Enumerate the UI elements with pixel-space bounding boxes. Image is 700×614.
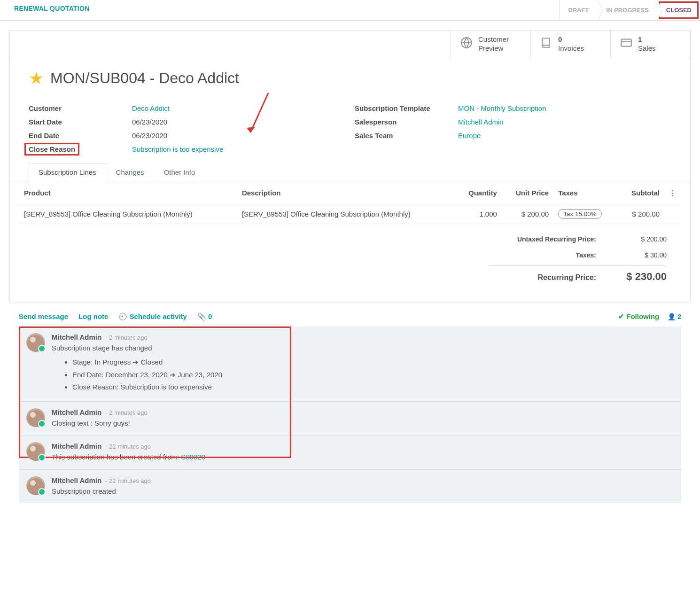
log-note-button[interactable]: Log note [78,312,108,320]
value-recurring: $ 230.00 [615,271,667,283]
check-icon: ✔ [618,312,624,321]
message-item: Mitchell Admin - 22 minutes ago This sub… [19,435,681,470]
msg-author[interactable]: Mitchell Admin [52,333,101,341]
label-untaxed: Untaxed Recurring Price: [488,235,596,243]
arrow-right-icon: ➔ [132,358,140,366]
kebab-icon: ⋮ [669,189,676,197]
msg-time: - 2 minutes ago [105,409,148,416]
value-salesperson[interactable]: Mitchell Admin [458,118,504,126]
label-start-date: Start Date [29,118,132,126]
label-taxes: Taxes: [488,251,596,259]
tab-changes[interactable]: Changes [106,163,154,181]
top-action-bar: RENEWAL QUOTATION DRAFT IN PROGRESS CLOS… [0,0,700,21]
value-sales-team[interactable]: Europe [458,132,481,140]
msg-author[interactable]: Mitchell Admin [52,442,101,450]
attachments-button[interactable]: 📎0 [197,312,212,321]
highlight-close-reason-label: Close Reason [24,143,79,155]
record-panel: Customer Preview 0 Invoices 1 Sales ★ M [9,30,691,302]
message-item: Mitchell Admin - 2 minutes ago Subscript… [19,326,681,402]
invoices-count: 0 [558,35,584,44]
avatar[interactable] [26,476,45,495]
tab-other-info[interactable]: Other Info [154,163,205,181]
lines-table: Product Description Quantity Unit Price … [19,181,681,224]
detail-label: Stage: [72,358,93,366]
field-close-reason: Close Reason Subscription is too expensi… [29,142,345,156]
invoices-button[interactable]: 0 Invoices [530,31,610,58]
msg-text-line: Subscription stage has changed [52,344,152,352]
msg-body-text: Subscription created [52,486,674,497]
cell-unit-price: $ 200.00 [502,204,553,224]
arrow-right-icon: ➔ [170,371,178,379]
value-customer[interactable]: Deco Addict [132,104,170,112]
msg-body-text: Subscription stage has changed Stage: In… [52,343,674,393]
stage-draft[interactable]: DRAFT [559,0,597,20]
totals-section: Untaxed Recurring Price: $ 200.00 Taxes:… [19,224,681,292]
th-description: Description [237,181,455,204]
msg-link[interactable]: S00020 [181,453,205,461]
msg-text-prefix: This subscription has been created from: [52,453,181,461]
tab-bar: Subscription Lines Changes Other Info [10,156,690,181]
avatar[interactable] [26,333,45,352]
cell-taxes: Tax 15.00% [553,204,618,224]
total-untaxed: Untaxed Recurring Price: $ 200.00 [488,233,667,245]
msg-time: - 2 minutes ago [105,334,148,341]
th-product: Product [19,181,237,204]
msg-body-text: This subscription has been created from:… [52,452,674,463]
table-row[interactable]: [SERV_89553] Office Cleaning Subscriptio… [19,204,681,224]
cell-quantity: 1.000 [455,204,502,224]
stage-tracker: DRAFT IN PROGRESS CLOSED [559,0,700,20]
send-message-button[interactable]: Send message [19,312,68,320]
msg-time: - 22 minutes ago [105,443,151,450]
total-recurring: Recurring Price: $ 230.00 [488,265,667,285]
label-sales-team: Sales Team [355,132,458,140]
message-list: Mitchell Admin - 2 minutes ago Subscript… [19,326,681,504]
detail-item: End Date: December 23, 2020 ➔ June 23, 2… [72,370,674,381]
book-icon [540,37,552,52]
following-label: Following [626,312,659,320]
following-button[interactable]: ✔ Following [618,312,659,321]
page-title: MON/SUB004 - Deco Addict [50,70,239,87]
value-close-reason[interactable]: Subscription is too expensive [132,145,223,153]
customer-preview-button[interactable]: Customer Preview [451,31,530,58]
msg-body-text: Closing text : Sorry guys! [52,418,674,429]
renewal-quotation-button[interactable]: RENEWAL QUOTATION [0,0,104,20]
msg-author[interactable]: Mitchell Admin [52,476,101,484]
schedule-activity-button[interactable]: 🕘 Schedule activity [118,312,187,321]
detail-to: June 23, 2020 [178,371,222,379]
field-customer: Customer Deco Addict [29,101,345,115]
th-more[interactable]: ⋮ [664,181,681,204]
cell-subtotal: $ 200.00 [618,204,664,224]
field-sales-team: Sales Team Europe [355,129,671,142]
msg-author[interactable]: Mitchell Admin [52,408,101,416]
tab-subscription-lines[interactable]: Subscription Lines [29,163,106,181]
message-item: Mitchell Admin - 2 minutes ago Closing t… [19,402,681,436]
invoices-label: Invoices [558,44,584,53]
clock-icon: 🕘 [118,312,127,321]
followers-button[interactable]: 👤2 [668,313,681,320]
star-icon[interactable]: ★ [29,69,44,88]
th-subtotal: Subtotal [618,181,664,204]
subscription-lines-section: Product Description Quantity Unit Price … [10,181,690,302]
tax-pill: Tax 15.00% [558,209,602,219]
record-header: ★ MON/SUB004 - Deco Addict [10,58,690,93]
sales-button[interactable]: 1 Sales [610,31,690,58]
value-untaxed: $ 200.00 [615,235,667,243]
detail-item: Close Reason: Subscription is too expens… [72,382,674,393]
value-template[interactable]: MON - Monthly Subscription [458,104,546,112]
label-close-reason: Close Reason [29,145,132,153]
detail-label: End Date: [72,371,104,379]
total-taxes: Taxes: $ 30.00 [488,249,667,261]
message-item: Mitchell Admin - 22 minutes ago Subscrip… [19,470,681,504]
schedule-label: Schedule activity [129,312,187,320]
value-end-date: 06/23/2020 [132,132,167,140]
sales-count: 1 [638,35,656,44]
stage-in-progress[interactable]: IN PROGRESS [598,0,657,20]
cell-product: [SERV_89553] Office Cleaning Subscriptio… [19,204,237,224]
svg-rect-1 [621,39,631,46]
label-template: Subscription Template [355,104,458,112]
avatar[interactable] [26,408,45,427]
avatar[interactable] [26,442,45,461]
label-customer: Customer [29,104,132,112]
sales-label: Sales [638,44,656,53]
stage-closed[interactable]: CLOSED [657,0,700,20]
